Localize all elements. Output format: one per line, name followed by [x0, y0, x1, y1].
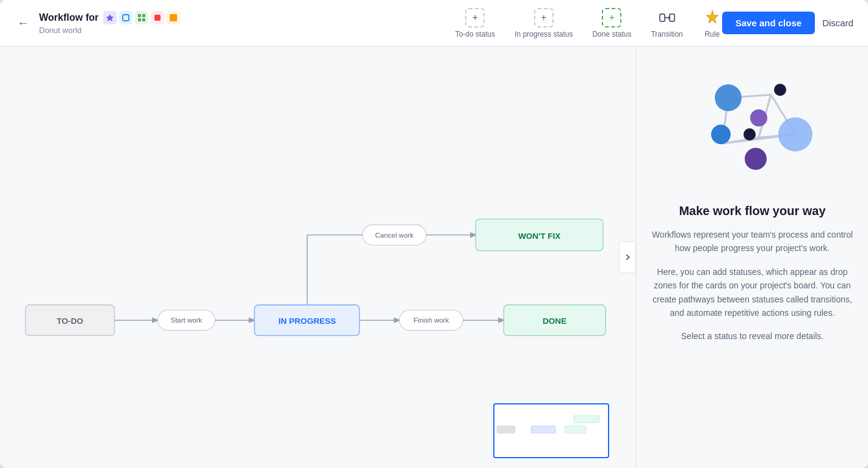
inprogress-node-label: IN PROGRESS — [278, 316, 336, 326]
transition-icon — [657, 8, 677, 27]
svg-marker-12 — [706, 10, 718, 23]
svg-rect-1 — [123, 15, 129, 21]
main-content: TO-DO Start work IN PROGRESS Finish work — [0, 46, 868, 468]
discard-button[interactable]: Discard — [822, 18, 853, 28]
title-prefix-text: Workflow for — [39, 12, 98, 23]
svg-rect-14 — [531, 426, 555, 433]
rule-toolbar[interactable]: Rule — [703, 8, 722, 38]
header: ← Workflow for — [0, 0, 868, 46]
inprogress-status-toolbar[interactable]: + In progress status — [515, 8, 573, 38]
badge-icon-3 — [137, 13, 146, 22]
graph-node-1 — [715, 84, 742, 111]
panel-desc-2: Here, you can add statuses, which appear… — [651, 265, 853, 320]
done-status-icon: + — [602, 8, 621, 27]
graph-node-6 — [778, 117, 812, 152]
header-left: ← Workflow for — [15, 11, 455, 35]
rule-icon — [703, 8, 722, 27]
graph-node-5 — [743, 128, 756, 141]
wontfix-node-label: WON'T FIX — [518, 232, 560, 241]
collapse-panel-button[interactable] — [619, 241, 636, 273]
inprogress-status-icon: + — [534, 8, 554, 27]
cancel-work-label: Cancel work — [375, 232, 414, 239]
done-status-label: Done status — [592, 30, 631, 38]
svg-rect-5 — [142, 18, 145, 21]
save-close-button[interactable]: Save and close — [722, 12, 815, 34]
rule-icon-svg — [704, 9, 721, 26]
svg-rect-7 — [170, 14, 177, 21]
back-icon: ← — [17, 16, 29, 30]
svg-rect-4 — [138, 18, 141, 21]
graph-node-2 — [774, 84, 786, 96]
svg-rect-3 — [142, 14, 145, 17]
panel-desc-1: Workflows represent your team's process … — [651, 228, 853, 255]
todo-status-icon: + — [465, 8, 485, 27]
transition-icon-svg — [659, 9, 676, 26]
svg-marker-0 — [106, 14, 114, 21]
svg-rect-13 — [497, 426, 515, 433]
svg-rect-8 — [660, 14, 665, 21]
inprogress-status-label: In progress status — [515, 30, 573, 38]
finish-work-label: Finish work — [414, 316, 449, 324]
svg-rect-16 — [574, 415, 599, 423]
canvas-area[interactable]: TO-DO Start work IN PROGRESS Finish work — [0, 46, 636, 468]
done-status-toolbar[interactable]: + Done status — [592, 8, 631, 38]
panel-illustration — [692, 61, 814, 189]
panel-desc-3: Select a status to reveal more details. — [681, 329, 823, 343]
badge-icon-5 — [169, 13, 178, 22]
rule-label: Rule — [704, 30, 720, 38]
todo-status-toolbar[interactable]: + To-do status — [455, 8, 495, 38]
svg-rect-6 — [154, 15, 161, 21]
badge-icon-4 — [153, 13, 162, 22]
todo-node-label: TO-DO — [57, 316, 83, 326]
minimap-svg — [494, 404, 608, 457]
workflow-subtitle: Donut world — [39, 26, 180, 35]
svg-rect-15 — [565, 426, 586, 433]
icon-badge-2 — [119, 11, 132, 24]
graph-node-7 — [745, 148, 767, 170]
icon-badge-1 — [103, 11, 117, 24]
graph-node-4 — [711, 125, 731, 144]
badge-icon-2 — [121, 13, 130, 22]
start-work-label: Start work — [171, 316, 203, 324]
chevron-right-icon — [624, 254, 631, 261]
icon-badge-4 — [151, 11, 164, 24]
todo-status-label: To-do status — [455, 30, 495, 38]
transition-label: Transition — [651, 30, 682, 38]
workflow-title-top: Workflow for — [39, 11, 180, 24]
panel-title: Make work flow your way — [679, 204, 825, 218]
header-right: Save and close Discard — [722, 12, 853, 34]
graph-node-3 — [750, 109, 767, 126]
minimap — [493, 403, 609, 458]
workflow-title: Workflow for — [39, 11, 180, 35]
badge-icon-1 — [106, 13, 114, 22]
back-button[interactable]: ← — [15, 13, 32, 32]
icon-badge-3 — [135, 11, 148, 24]
transition-toolbar[interactable]: Transition — [651, 8, 682, 38]
toolbar-center: + To-do status + In progress status + Do… — [455, 8, 722, 38]
done-node-label: DONE — [543, 316, 566, 326]
svg-rect-2 — [138, 14, 141, 17]
icon-badge-5 — [167, 11, 180, 24]
right-panel: Make work flow your way Workflows repres… — [636, 46, 868, 468]
icon-badges — [103, 11, 180, 24]
